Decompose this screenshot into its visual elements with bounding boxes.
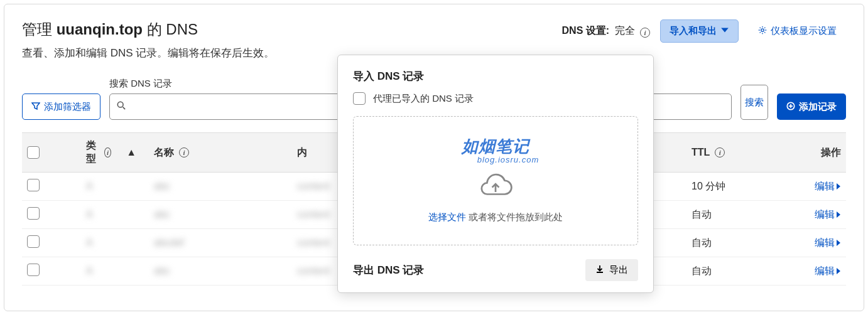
export-button[interactable]: 导出 <box>585 259 638 281</box>
header-ttl[interactable]: TTLi <box>692 147 786 158</box>
info-icon[interactable]: i <box>179 147 189 158</box>
select-file-link[interactable]: 选择文件 <box>428 211 466 222</box>
chevron-right-icon <box>836 183 841 190</box>
drop-text: 选择文件 或者将文件拖放到此处 <box>366 211 625 223</box>
chevron-right-icon <box>836 240 841 246</box>
cloud-upload-icon <box>366 171 625 201</box>
import-title: 导入 DNS 记录 <box>353 69 638 83</box>
cell-ttl: 10 分钟 <box>692 180 786 193</box>
cell-ttl: 自动 <box>692 265 786 278</box>
title-domain: uuanqin.top <box>57 21 143 38</box>
add-record-button[interactable]: 添加记录 <box>777 93 846 120</box>
title-prefix: 管理 <box>22 21 57 38</box>
cell-type: A <box>55 181 149 192</box>
add-filter-label: 添加筛选器 <box>44 101 91 113</box>
row-checkbox[interactable] <box>27 264 40 276</box>
subtitle: 查看、添加和编辑 DNS 记录。编辑将在保存后生效。 <box>22 46 274 60</box>
header-checkbox-col <box>27 146 50 159</box>
cell-ttl: 自动 <box>692 237 786 250</box>
cell-name: abc <box>154 181 292 192</box>
row-checkbox[interactable] <box>27 179 40 191</box>
drop-suffix: 或者将文件拖放到此处 <box>466 211 563 222</box>
edit-link[interactable]: 编辑 <box>815 237 841 250</box>
watermark-text: 如烟笔记 <box>452 136 540 158</box>
cell-name: abc <box>154 209 292 220</box>
cell-ttl: 自动 <box>692 208 786 222</box>
file-dropzone[interactable]: 如烟笔记 blog.iosru.com 选择文件 或者将文件拖放到此处 <box>353 116 638 245</box>
header-name[interactable]: 名称i <box>154 146 292 159</box>
edit-link[interactable]: 编辑 <box>815 208 841 222</box>
chevron-right-icon <box>836 268 841 274</box>
plus-circle-icon <box>786 102 795 112</box>
row-checkbox[interactable] <box>27 207 40 220</box>
info-icon[interactable]: i <box>715 147 725 158</box>
dns-panel: 管理 uuanqin.top 的 DNS 查看、添加和编辑 DNS 记录。编辑将… <box>4 4 864 311</box>
search-button-label: 搜索 <box>745 97 764 108</box>
title-block: 管理 uuanqin.top 的 DNS 查看、添加和编辑 DNS 记录。编辑将… <box>22 19 274 60</box>
proxy-checkbox[interactable] <box>353 92 366 105</box>
export-button-label: 导出 <box>609 264 628 276</box>
import-export-popup: 导入 DNS 记录 代理已导入的 DNS 记录 如烟笔记 blog.iosru.… <box>337 55 654 293</box>
proxy-checkbox-label: 代理已导入的 DNS 记录 <box>373 93 474 105</box>
add-record-label: 添加记录 <box>799 101 837 113</box>
dashboard-settings-button[interactable]: 仪表板显示设置 <box>749 19 846 43</box>
select-all-checkbox[interactable] <box>27 146 40 159</box>
caret-down-icon <box>720 26 729 36</box>
import-export-button[interactable]: 导入和导出 <box>660 19 739 43</box>
row-checkbox[interactable] <box>27 235 40 248</box>
cell-type: A <box>55 265 149 277</box>
proxy-checkbox-row[interactable]: 代理已导入的 DNS 记录 <box>353 92 638 105</box>
cell-name: abcdef <box>154 237 292 248</box>
dns-setting-label: DNS 设置: 完全 i <box>562 24 650 38</box>
download-icon <box>595 265 604 275</box>
chevron-right-icon <box>836 211 841 218</box>
watermark-url: blog.iosru.com <box>477 155 540 164</box>
search-button[interactable]: 搜索 <box>741 85 768 120</box>
add-filter-button[interactable]: 添加筛选器 <box>22 93 100 120</box>
title-suffix: 的 DNS <box>143 21 198 38</box>
sort-caret-icon: ▲ <box>126 147 136 158</box>
dns-setting-value: 完全 <box>615 25 635 36</box>
dns-setting-text: DNS 设置: <box>562 25 610 36</box>
info-icon[interactable]: i <box>640 28 650 38</box>
edit-link[interactable]: 编辑 <box>815 265 841 278</box>
gear-icon <box>758 26 767 36</box>
page-title: 管理 uuanqin.top 的 DNS <box>22 19 274 40</box>
edit-link[interactable]: 编辑 <box>815 180 841 193</box>
search-icon <box>117 101 126 112</box>
funnel-icon <box>31 102 40 112</box>
header-type[interactable]: 类型i▲ <box>55 139 149 166</box>
svg-point-0 <box>761 29 764 31</box>
header-action: 操作 <box>791 146 841 159</box>
export-title: 导出 DNS 记录 <box>353 263 424 277</box>
cell-name: abc <box>154 265 292 277</box>
dashboard-settings-label: 仪表板显示设置 <box>771 25 837 37</box>
import-export-label: 导入和导出 <box>670 25 717 37</box>
info-icon[interactable]: i <box>104 147 111 158</box>
header-actions: DNS 设置: 完全 i 导入和导出 仪表板显示设置 <box>562 19 846 43</box>
svg-point-1 <box>117 102 123 107</box>
cell-type: A <box>55 209 149 220</box>
cell-type: A <box>55 237 149 248</box>
export-row: 导出 DNS 记录 导出 <box>353 259 638 281</box>
